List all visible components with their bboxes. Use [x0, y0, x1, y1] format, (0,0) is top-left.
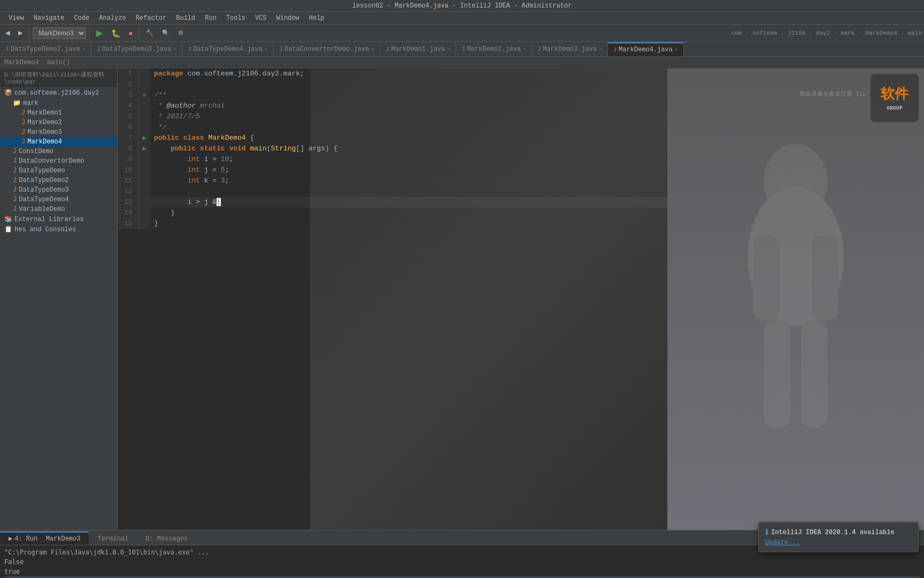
search-button[interactable]: 🔍 — [159, 28, 173, 37]
java-icon: J — [97, 47, 100, 52]
sidebar-item-datatypedemo2[interactable]: J DataTypeDemo2 — [0, 176, 117, 185]
close-icon[interactable]: × — [523, 47, 526, 52]
sidebar-item-dataconvertor[interactable]: J DataConvertorDemo — [0, 156, 117, 166]
back-button[interactable]: ◀ — [2, 28, 13, 37]
sidebar-item-mark[interactable]: 📁 mark — [0, 98, 117, 108]
close-icon[interactable]: × — [173, 47, 176, 52]
run-button[interactable]: ▶ — [93, 27, 106, 39]
menu-vcs[interactable]: VCS — [251, 13, 271, 23]
sidebar-item-markdemo1[interactable]: J MarkDemo1 — [0, 108, 117, 118]
gutter-9 — [139, 154, 150, 165]
breadcrumb-separator: › — [41, 59, 45, 66]
debug-button[interactable]: 🐛 — [108, 28, 124, 39]
gutter-2 — [139, 79, 150, 90]
gutter-11 — [139, 176, 150, 186]
notification-popup: ℹ IntelliJ IDEA 2020.1.4 available Updat… — [758, 522, 919, 552]
menu-refactor[interactable]: Refactor — [132, 13, 171, 23]
update-link[interactable]: Update... — [765, 539, 912, 546]
menu-tools[interactable]: Tools — [222, 13, 250, 23]
close-icon[interactable]: × — [599, 47, 602, 52]
menu-help[interactable]: Help — [305, 13, 329, 23]
menu-build[interactable]: Build — [172, 13, 199, 23]
line-number-3: 3 — [118, 90, 139, 101]
title-text: lesson02 - MarkDemo4.java - IntelliJ IDE… — [352, 2, 572, 10]
java-icon: J — [5, 47, 9, 52]
logo-text: 软件 — [881, 85, 908, 103]
package-icon: 📁 — [13, 99, 21, 107]
line-number-10: 10 — [118, 165, 139, 176]
sidebar-item-external-libs[interactable]: 📚 External Libraries — [0, 214, 117, 224]
settings-button[interactable]: ⚙ — [175, 28, 187, 37]
tab-terminal[interactable]: Terminal — [89, 533, 137, 545]
close-icon[interactable]: × — [265, 47, 268, 52]
run-icon: ▶ — [9, 535, 12, 543]
breadcrumb-markdemo4[interactable]: MarkDemo4 — [4, 59, 39, 66]
tab-datatype2[interactable]: J DataTypeDemo2.java × — [0, 42, 91, 56]
info-icon: ℹ — [765, 528, 768, 537]
tab-run[interactable]: ▶ 4: Run MarkDemo3 — [0, 531, 89, 545]
sidebar-item-datatypedemo4[interactable]: J DataTypeDemo4 — [0, 195, 117, 204]
line-number-13: 13 — [118, 197, 139, 208]
java-icon: J — [188, 47, 191, 52]
stop-button[interactable]: ■ — [126, 29, 136, 37]
tab-datatype4[interactable]: J DataTypeDemo4.java × — [182, 42, 274, 56]
line-content-2 — [150, 79, 158, 90]
line-content-11: int k = 3; — [150, 176, 229, 186]
tab-markdemo1[interactable]: J MarkDemo1.java × — [380, 42, 456, 56]
code-editor[interactable]: 1 package com.softeem.j2106.day2.mark; 2… — [118, 69, 667, 530]
tab-dataconvertor[interactable]: J DataConvertorDemo.java × — [274, 42, 380, 56]
close-icon[interactable]: × — [675, 47, 678, 53]
close-icon[interactable]: × — [82, 47, 86, 52]
tab-datatype3[interactable]: J DataTypeDemo3.java × — [91, 42, 183, 56]
code-area: 1 package com.softeem.j2106.day2.mark; 2… — [118, 69, 667, 229]
close-icon[interactable]: × — [371, 47, 374, 52]
sidebar-item-datatypedemo[interactable]: J DataTypeDemo — [0, 166, 117, 176]
forward-button[interactable]: ▶ — [15, 28, 26, 37]
java-file-icon: J — [13, 167, 17, 174]
java-file-icon: J — [21, 138, 25, 146]
line-number-5: 5 — [118, 111, 139, 122]
menu-view[interactable]: View — [4, 13, 28, 23]
folder-icon: 📋 — [4, 225, 12, 233]
tab-markdemo2[interactable]: J MarkDemo2.java × — [456, 42, 532, 56]
sidebar-item-scratches[interactable]: 📋 hes and Consoles — [0, 224, 117, 234]
menu-navigate[interactable]: Navigate — [29, 13, 69, 23]
logo-subtext: GROUP — [887, 105, 903, 111]
line-number-7: 7 — [118, 133, 139, 143]
close-icon[interactable]: × — [447, 47, 450, 52]
sidebar-item-datatypedemo3[interactable]: J DataTypeDemo3 — [0, 185, 117, 195]
watermark-text: 屏幕录像专家未注册 T1L — [799, 90, 866, 98]
line-number-11: 11 — [118, 176, 139, 186]
tab-markdemo3[interactable]: J MarkDemo3.java × — [532, 42, 608, 56]
menu-bar: View Navigate Code Analyze Refactor Buil… — [0, 12, 924, 25]
tab-messages[interactable]: 0: Messages — [137, 533, 196, 545]
line-content-1: package com.softeem.j2106.day2.mark; — [150, 69, 304, 79]
line-number-14: 14 — [118, 208, 139, 218]
java-file-icon: J — [13, 157, 17, 165]
folder-icon: 📚 — [4, 215, 12, 223]
menu-run[interactable]: Run — [201, 13, 221, 23]
sidebar-item-package[interactable]: 📦 com.softeem.j2106.day2 — [0, 88, 117, 98]
line-content-8: public static void main(String[] args) { — [150, 143, 337, 154]
java-file-icon: J — [13, 186, 17, 194]
build-button[interactable]: 🔨 — [143, 28, 157, 37]
sidebar-item-markdemo2[interactable]: J MarkDemo2 — [0, 118, 117, 127]
menu-window[interactable]: Window — [272, 13, 304, 23]
java-icon: J — [537, 47, 541, 52]
sidebar-item-constdemo[interactable]: J ConstDemo — [0, 147, 117, 156]
gutter-8: ▶ — [139, 143, 150, 154]
gutter-4 — [139, 101, 150, 111]
line-content-6: */ — [150, 122, 166, 133]
sidebar-item-markdemo3[interactable]: J MarkDemo3 — [0, 127, 117, 137]
project-dropdown[interactable]: MarkDemo3 — [33, 27, 86, 39]
gutter-15 — [139, 218, 150, 229]
sidebar-item-markdemo4[interactable]: J MarkDemo4 — [0, 137, 117, 147]
gutter-3: ≡ — [139, 90, 150, 101]
tab-markdemo4-active[interactable]: J MarkDemo4.java × — [608, 42, 684, 56]
menu-code[interactable]: Code — [70, 13, 94, 23]
breadcrumb-main[interactable]: main() — [47, 59, 70, 66]
project-sidebar: D:\班班资料\2021\J2106\课程资料\code\par 📦 com.s… — [0, 69, 118, 530]
sidebar-item-variabledemo[interactable]: J VariableDemo — [0, 204, 117, 214]
menu-analyze[interactable]: Analyze — [95, 13, 130, 23]
console-line-true1: true — [4, 567, 920, 576]
